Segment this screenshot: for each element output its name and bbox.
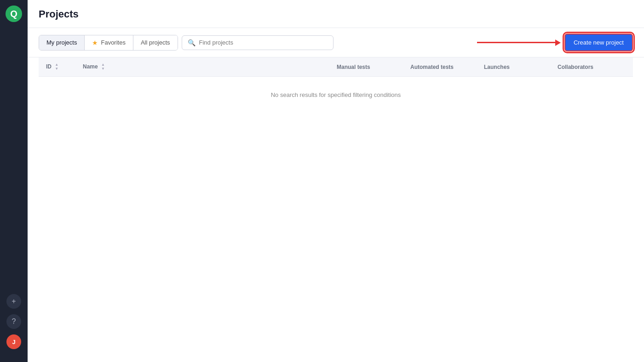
project-tabs: My projects ★ Favorites All projects (39, 35, 178, 51)
table-header-row: ID ▲▼ Name ▲▼ Manual tests (39, 57, 633, 77)
add-button[interactable]: + (6, 294, 21, 309)
projects-table-container: ID ▲▼ Name ▲▼ Manual tests (28, 57, 644, 362)
star-icon: ★ (92, 39, 98, 46)
create-button-label: Create new project (574, 39, 624, 46)
column-header-id[interactable]: ID ▲▼ (39, 57, 75, 77)
sort-arrows-id: ▲▼ (55, 63, 58, 71)
arrow-annotation (477, 40, 561, 46)
column-header-name[interactable]: Name ▲▼ (75, 57, 329, 77)
empty-state-row: No search results for specified filterin… (39, 77, 633, 113)
create-new-project-button[interactable]: Create new project (564, 34, 633, 51)
search-box: 🔍 (182, 35, 334, 50)
empty-state-message: No search results for specified filterin… (39, 77, 633, 113)
app-logo[interactable]: Q (6, 6, 22, 22)
search-icon: 🔍 (188, 39, 196, 46)
column-header-automated-tests: Automated tests (403, 57, 477, 77)
tab-all-projects[interactable]: All projects (133, 35, 178, 50)
column-header-manual-tests: Manual tests (329, 57, 403, 77)
main-content: Projects My projects ★ Favorites All pro… (28, 0, 644, 362)
question-icon: ? (12, 317, 16, 326)
help-button[interactable]: ? (6, 314, 21, 329)
projects-table: ID ▲▼ Name ▲▼ Manual tests (39, 57, 633, 113)
column-header-collaborators: Collaborators (550, 57, 633, 77)
sort-arrows-name: ▲▼ (101, 63, 105, 71)
tab-all-projects-label: All projects (141, 39, 170, 46)
tab-my-projects-label: My projects (46, 39, 77, 46)
plus-icon: + (12, 297, 16, 305)
page-title: Projects (39, 8, 633, 20)
tab-favorites[interactable]: ★ Favorites (84, 35, 132, 50)
arrow-line (477, 42, 555, 43)
arrow-head (555, 40, 561, 46)
tab-favorites-label: Favorites (101, 39, 125, 46)
toolbar: My projects ★ Favorites All projects 🔍 C… (28, 28, 644, 57)
user-avatar[interactable]: J (6, 334, 21, 349)
tab-my-projects[interactable]: My projects (39, 35, 84, 50)
column-header-launches: Launches (477, 57, 550, 77)
page-header: Projects (28, 0, 644, 28)
sidebar: Q + ? J (0, 0, 28, 362)
search-input[interactable] (199, 39, 328, 46)
avatar-letter: J (12, 339, 15, 345)
